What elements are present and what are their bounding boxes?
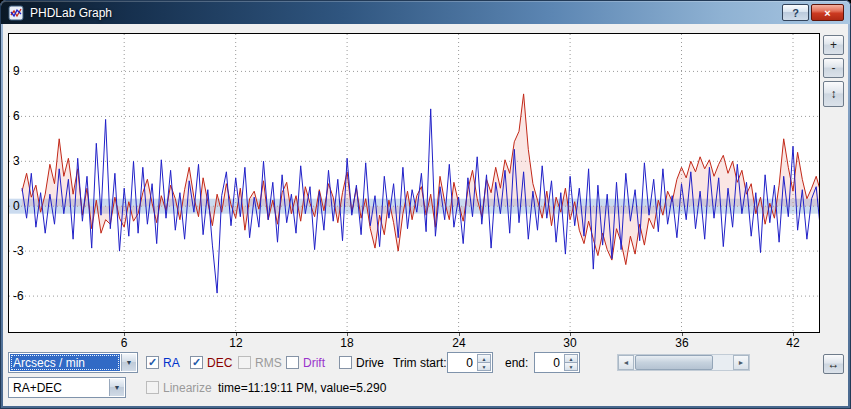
- y-tick-label: 3: [13, 154, 20, 168]
- trim-start-spinner[interactable]: 0 ▲ ▼: [447, 352, 493, 373]
- series-combobox[interactable]: RA+DEC ▼: [8, 377, 126, 398]
- y-tick-label: 0: [13, 199, 20, 213]
- plot-scale-buttons: + - ↕: [823, 35, 844, 107]
- checkbox-box: [286, 356, 299, 369]
- units-combobox-value: Arcsecs / min: [10, 354, 120, 371]
- chevron-down-icon[interactable]: ▼: [121, 354, 136, 371]
- checkbox-box: ✓: [190, 356, 203, 369]
- rms-checkbox: RMS: [238, 352, 282, 373]
- scroll-left-icon[interactable]: ◄: [618, 355, 634, 370]
- x-tick-label: 42: [782, 336, 804, 350]
- zoom-out-button[interactable]: -: [823, 58, 844, 78]
- trim-end-spinner[interactable]: 0 ▲ ▼: [534, 352, 580, 373]
- drive-checkbox-label: Drive: [356, 356, 384, 370]
- x-tick-label: 30: [559, 336, 581, 350]
- x-tick-label: 6: [113, 336, 135, 350]
- checkbox-box: [146, 381, 159, 394]
- x-tick-label: 12: [225, 336, 247, 350]
- y-tick-label: 6: [13, 109, 20, 123]
- close-button[interactable]: ×: [811, 4, 844, 21]
- spin-up-icon[interactable]: ▲: [564, 354, 578, 363]
- linearize-checkbox-label: Linearize: [163, 381, 212, 395]
- graph-canvas: 9630-3-6: [9, 34, 819, 332]
- x-tick-label: 18: [336, 336, 358, 350]
- dec-checkbox[interactable]: ✓ DEC: [190, 352, 232, 373]
- spin-down-icon[interactable]: ▼: [477, 363, 491, 371]
- y-tick-label: -3: [13, 244, 24, 258]
- trim-start-label: Trim start:: [393, 352, 447, 373]
- help-button[interactable]: ?: [782, 4, 809, 21]
- x-axis-labels: 6121824303642: [8, 336, 820, 350]
- graph-plot[interactable]: 9630-3-6: [8, 33, 820, 333]
- drift-checkbox[interactable]: Drift: [286, 352, 325, 373]
- window-title: PHDLab Graph: [30, 6, 112, 20]
- spin-up-icon[interactable]: ▲: [477, 354, 491, 363]
- ra-checkbox[interactable]: ✓ RA: [146, 352, 180, 373]
- trim-end-label: end:: [505, 352, 528, 373]
- scroll-right-icon[interactable]: ►: [733, 355, 749, 370]
- caption-buttons: ? ×: [782, 4, 844, 21]
- rms-checkbox-label: RMS: [255, 356, 282, 370]
- y-tick-label: -6: [13, 289, 24, 303]
- checkbox-box: ✓: [146, 356, 159, 369]
- x-tick-label: 24: [448, 336, 470, 350]
- horizontal-scale-button[interactable]: ↔: [823, 354, 844, 374]
- linearize-checkbox: Linearize: [146, 377, 212, 398]
- zoom-in-button[interactable]: +: [823, 35, 844, 55]
- app-icon: [8, 5, 24, 21]
- checkbox-box: [238, 356, 251, 369]
- trim-start-value[interactable]: 0: [449, 354, 476, 371]
- chevron-down-icon[interactable]: ▼: [109, 379, 124, 396]
- spinner-buttons: ▲ ▼: [477, 354, 491, 371]
- trim-end-value[interactable]: 0: [536, 354, 563, 371]
- spinner-buttons: ▲ ▼: [564, 354, 578, 371]
- ra-checkbox-label: RA: [163, 356, 180, 370]
- y-tick-label: 9: [13, 64, 20, 78]
- x-tick-label: 36: [671, 336, 693, 350]
- scrollbar-thumb[interactable]: [635, 355, 713, 370]
- spin-down-icon[interactable]: ▼: [564, 363, 578, 371]
- drive-checkbox[interactable]: Drive: [339, 352, 384, 373]
- drift-checkbox-label: Drift: [303, 356, 325, 370]
- client-area: 9630-3-6 6121824303642 + - ↕ Arcsecs / m…: [3, 24, 848, 406]
- vertical-scale-button[interactable]: ↕: [823, 81, 844, 107]
- phdlab-graph-window: PHDLab Graph ? × 9630-3-6 6121824303642 …: [0, 0, 851, 409]
- checkbox-box: [339, 356, 352, 369]
- status-readout: time=11:19:11 PM, value=5.290: [218, 377, 386, 398]
- title-bar: PHDLab Graph ? ×: [1, 1, 850, 24]
- units-combobox[interactable]: Arcsecs / min ▼: [8, 352, 138, 373]
- dec-checkbox-label: DEC: [207, 356, 232, 370]
- series-combobox-value: RA+DEC: [10, 379, 108, 396]
- horizontal-scrollbar[interactable]: ◄ ►: [617, 354, 750, 371]
